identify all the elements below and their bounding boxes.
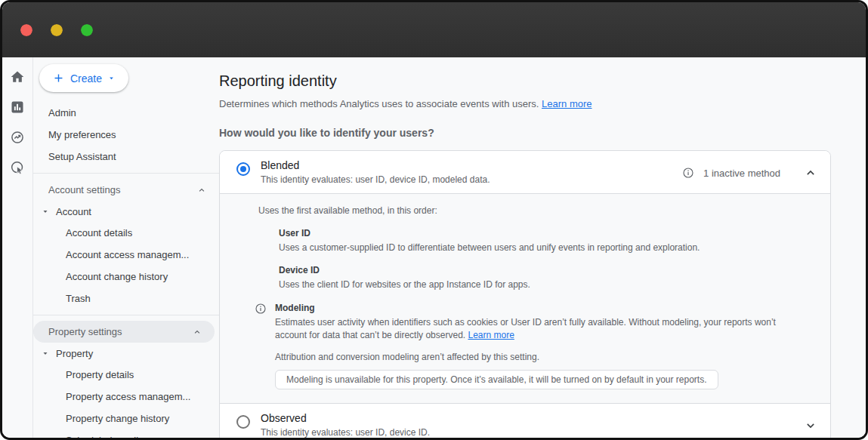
- explore-icon[interactable]: [10, 130, 25, 145]
- sidebar-item-label: Admin: [48, 107, 76, 118]
- sidebar-item-label: Property change history: [66, 413, 169, 424]
- sidebar-tree-account[interactable]: Account: [33, 201, 219, 222]
- advertising-icon[interactable]: [10, 160, 25, 175]
- observed-description: This identity evaluates: user ID, device…: [261, 427, 430, 438]
- method-name: User ID: [279, 228, 800, 238]
- sidebar-section-property-settings[interactable]: Property settings: [33, 321, 215, 343]
- sidebar-item-admin[interactable]: Admin: [33, 102, 219, 124]
- modeling-learn-more-link[interactable]: Learn more: [468, 330, 514, 340]
- chevron-down-icon: [107, 74, 116, 82]
- method-description: Uses a customer-supplied ID to different…: [279, 242, 800, 254]
- method-device-id: Device ID Uses the client ID for website…: [279, 265, 800, 291]
- main-panel: Reporting identity Determines which meth…: [219, 57, 866, 438]
- modeling-note: Attribution and conversion modeling aren…: [275, 352, 786, 362]
- admin-sidebar: Create Admin My preferences Setup Assist…: [33, 57, 219, 438]
- sidebar-item-account-access-management[interactable]: Account access managem...: [33, 244, 219, 266]
- create-button-label: Create: [70, 72, 102, 85]
- observed-label: Observed: [261, 412, 430, 424]
- inactive-method-badge: 1 inactive method: [703, 168, 780, 179]
- method-name: Modeling: [275, 303, 786, 313]
- collapse-blended-chevron-up-icon[interactable]: [803, 165, 818, 180]
- sidebar-section-account-settings[interactable]: Account settings: [33, 179, 219, 201]
- sidebar-item-label: Account access managem...: [66, 249, 189, 260]
- method-description: Uses the client ID for websites or the a…: [279, 278, 800, 291]
- details-intro: Uses the first available method, in this…: [255, 205, 800, 216]
- page-subtitle: Determines which methods Analytics uses …: [219, 98, 831, 109]
- info-icon[interactable]: [682, 167, 694, 179]
- modeling-body: Modeling Estimates user activity when id…: [275, 303, 786, 389]
- observed-option-row[interactable]: Observed This identity evaluates: user I…: [220, 403, 830, 438]
- sidebar-item-trash[interactable]: Trash: [33, 288, 219, 309]
- minimize-window-icon[interactable]: [51, 24, 63, 36]
- sidebar-item-label: Trash: [66, 293, 91, 304]
- blended-details-panel: Uses the first available method, in this…: [220, 193, 830, 403]
- sidebar-item-property-access-management[interactable]: Property access managem...: [33, 386, 219, 408]
- sidebar-tree-property[interactable]: Property: [33, 343, 219, 364]
- sidebar-item-label: Account details: [66, 227, 132, 238]
- chevron-up-icon: [196, 185, 207, 195]
- sidebar-item-my-preferences[interactable]: My preferences: [33, 124, 219, 146]
- sidebar-item-account-change-history[interactable]: Account change history: [33, 266, 219, 288]
- observed-texts: Observed This identity evaluates: user I…: [261, 412, 430, 438]
- app-window: Create Admin My preferences Setup Assist…: [0, 0, 868, 440]
- modeling-unavailable-alert: Modeling is unavailable for this propert…: [275, 370, 718, 389]
- blended-texts: Blended This identity evaluates: user ID…: [261, 159, 490, 185]
- observed-right-group: [789, 412, 818, 433]
- plus-icon: [52, 72, 65, 85]
- close-window-icon[interactable]: [20, 24, 32, 36]
- observed-radio[interactable]: [236, 415, 250, 429]
- expand-observed-chevron-down-icon[interactable]: [803, 418, 818, 433]
- modeling-description-text: Estimates user activity when identifiers…: [275, 317, 776, 340]
- tree-label: Account: [56, 206, 91, 217]
- reports-icon[interactable]: [10, 100, 25, 115]
- method-user-id: User ID Uses a customer-supplied ID to d…: [279, 228, 800, 254]
- sidebar-item-property-change-history[interactable]: Property change history: [33, 408, 219, 429]
- blended-label: Blended: [261, 159, 490, 171]
- chevron-up-icon: [192, 327, 202, 337]
- page-title: Reporting identity: [219, 72, 831, 90]
- section-label: Property settings: [48, 326, 122, 337]
- blended-description: This identity evaluates: user ID, device…: [261, 174, 490, 185]
- caret-down-icon: [41, 349, 50, 358]
- learn-more-link[interactable]: Learn more: [542, 98, 592, 109]
- sidebar-item-property-details[interactable]: Property details: [33, 364, 219, 386]
- sidebar-item-label: My preferences: [48, 129, 116, 140]
- title-bar: [2, 2, 866, 57]
- reporting-identity-card: Blended This identity evaluates: user ID…: [219, 150, 831, 438]
- content-area: Create Admin My preferences Setup Assist…: [2, 57, 866, 438]
- blended-radio[interactable]: [236, 162, 250, 176]
- caret-down-icon: [41, 207, 50, 216]
- sidebar-item-label: Setup Assistant: [48, 151, 116, 162]
- blended-right-group: 1 inactive method: [682, 159, 818, 180]
- sidebar-item-label: Property details: [66, 369, 134, 380]
- tree-label: Property: [56, 348, 93, 359]
- method-description: Estimates user activity when identifiers…: [275, 316, 786, 340]
- sidebar-item-scheduled-emails[interactable]: Scheduled emails: [33, 429, 219, 438]
- create-button[interactable]: Create: [39, 64, 128, 92]
- method-name: Device ID: [279, 265, 800, 275]
- sidebar-item-setup-assistant[interactable]: Setup Assistant: [33, 146, 219, 168]
- identify-users-question: How would you like to identify your user…: [219, 127, 831, 139]
- sidebar-item-label: Account change history: [66, 271, 168, 282]
- home-icon[interactable]: [10, 69, 25, 85]
- traffic-lights: [20, 24, 93, 36]
- info-icon: [255, 303, 267, 315]
- method-modeling: Modeling Estimates user activity when id…: [255, 303, 800, 389]
- blended-option-row[interactable]: Blended This identity evaluates: user ID…: [220, 151, 830, 193]
- nav-rail: [2, 57, 33, 438]
- page-subtitle-text: Determines which methods Analytics uses …: [219, 98, 539, 109]
- sidebar-divider: [33, 315, 219, 315]
- sidebar-item-label: Property access managem...: [66, 391, 190, 402]
- method-list: User ID Uses a customer-supplied ID to d…: [279, 228, 800, 291]
- sidebar-nav: Admin My preferences Setup Assistant Acc…: [33, 102, 219, 438]
- sidebar-item-account-details[interactable]: Account details: [33, 222, 219, 244]
- zoom-window-icon[interactable]: [81, 24, 93, 36]
- sidebar-divider: [33, 173, 219, 174]
- section-label: Account settings: [48, 184, 120, 195]
- sidebar-item-label: Scheduled emails: [66, 435, 144, 438]
